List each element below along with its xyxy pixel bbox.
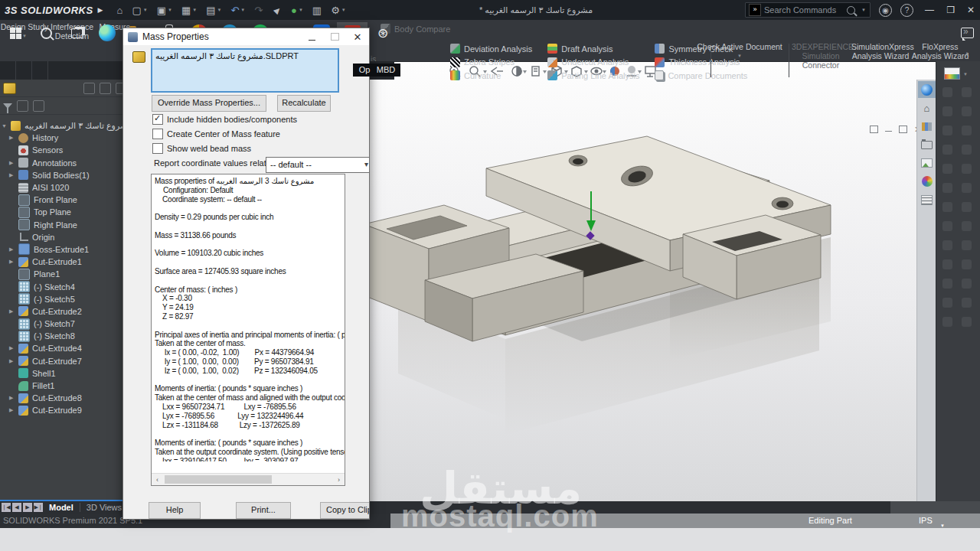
expand-icon[interactable]: ▶ (9, 160, 18, 166)
tree-item[interactable]: Front Plane (0, 194, 130, 206)
tree-item[interactable]: (-) Sketch7 (0, 318, 130, 330)
analysis-tool-button[interactable]: Undercut Analysis (547, 56, 639, 70)
analysis-tool-button[interactable]: Deviation Analysis (450, 42, 532, 56)
split-pane-icon[interactable] (100, 83, 111, 94)
tab-appearances-scenes[interactable] (918, 173, 936, 190)
tree-item[interactable]: ▶ Cut-Extrude2 (0, 305, 130, 318)
expand-icon[interactable]: ▶ (9, 308, 18, 315)
open-icon[interactable]: ▣▼ (152, 0, 177, 20)
toolbar-icon[interactable] (962, 221, 972, 231)
expand-icon[interactable]: ▶ (9, 395, 18, 401)
checkbox-row[interactable]: Create Center of Mass feature (152, 129, 280, 139)
part-model-3d[interactable] (352, 121, 842, 481)
undo-icon[interactable]: ↶▼ (226, 0, 250, 20)
scrollbar-thumb[interactable] (165, 475, 272, 484)
file-properties-icon[interactable]: ▥ (308, 0, 326, 20)
toolbar-icon[interactable] (942, 126, 952, 135)
dialog-close-icon[interactable]: ✕ (346, 31, 369, 43)
toolbar-icon[interactable] (962, 259, 972, 269)
minimize-document-icon[interactable] (885, 131, 892, 132)
wizard-tool-button[interactable]: 3DEXPERIENCE Simulation Connector (792, 42, 850, 70)
mass-properties-report[interactable]: Mass properties of مشروع تاسك 3 الرسمه ا… (151, 174, 345, 486)
user-account-icon[interactable]: ◉ (879, 4, 892, 17)
tab-design-library[interactable] (918, 118, 936, 135)
dialog-maximize-icon[interactable] (323, 30, 346, 44)
toolbar-icon[interactable] (942, 298, 952, 308)
coordinate-system-select[interactable]: -- default -- (266, 157, 370, 173)
toolbar-icon[interactable] (942, 221, 952, 231)
toolbar-icon[interactable] (962, 317, 972, 327)
document-selection-field[interactable]: مشروع تاسك ٣ الرسمه الغريبه.SLDPRT (151, 48, 339, 93)
expand-icon[interactable]: ▶ (9, 246, 18, 253)
tree-item[interactable]: Origin (0, 231, 130, 243)
checkbox-row[interactable]: Include hidden bodies/components (152, 114, 297, 125)
expand-icon[interactable]: ▶ (9, 345, 18, 351)
analysis-tool-button[interactable]: Zebra Stripes (450, 56, 532, 70)
units-dropdown-icon[interactable]: ▼ (940, 519, 945, 533)
search-input[interactable]: » Search Commands ▼ (745, 2, 871, 18)
first-tab-icon[interactable]: ❘◀ (2, 503, 11, 512)
toolbar-icon[interactable] (942, 279, 952, 289)
toolbar-icon[interactable] (942, 259, 952, 269)
tab-3d-views[interactable]: 3D Views (87, 503, 122, 512)
tree-display-icon[interactable] (33, 100, 44, 112)
tree-item[interactable]: Plane1 (0, 268, 130, 280)
command-tab[interactable] (32, 61, 48, 80)
check-active-document-dropdown-icon[interactable]: ▼ (693, 51, 786, 60)
command-tab[interactable] (16, 61, 32, 80)
toolbar-icon[interactable] (942, 145, 952, 155)
tab-mbd[interactable]: MBD (371, 64, 400, 77)
toolbar-icon[interactable] (942, 240, 952, 250)
tree-item[interactable]: (-) Sketch4 (0, 280, 130, 292)
copy-to-clipboard-button[interactable]: Copy to Clipb (320, 502, 370, 519)
search-icon[interactable] (847, 6, 855, 15)
toolbar-icon[interactable] (962, 240, 972, 250)
logo-expand-icon[interactable]: ▶ (93, 0, 108, 20)
toolbar-icon[interactable] (962, 87, 972, 97)
print-button[interactable]: Print... (236, 502, 291, 519)
tree-item[interactable]: Shell1 (0, 367, 130, 380)
checkbox[interactable] (152, 129, 163, 139)
save-icon[interactable]: ▦▼ (177, 0, 201, 20)
toolbar-icon[interactable] (962, 164, 972, 174)
tree-display-icon[interactable] (17, 100, 28, 112)
toolbar-icon[interactable] (962, 145, 972, 155)
swatch-dropdown-icon[interactable]: ▼ (963, 72, 968, 77)
toolbar-icon[interactable] (942, 317, 952, 327)
horizontal-scrollbar[interactable]: ‹ › (152, 473, 345, 485)
tab-file-explorer[interactable] (918, 136, 936, 153)
start-button[interactable] (0, 22, 31, 44)
scroll-left-icon[interactable]: ‹ (152, 476, 163, 484)
tree-item[interactable]: (-) Sketch8 (0, 330, 130, 342)
options-icon[interactable]: ⚙▼ (326, 0, 351, 20)
tree-item[interactable]: ▶ Cut-Extrude7 (0, 355, 130, 367)
expand-icon[interactable]: ▶ (9, 358, 18, 364)
help-icon[interactable]: ? (900, 4, 913, 17)
analysis-tool-button[interactable]: Parting Line Analysis (547, 69, 639, 83)
status-units[interactable]: IPS (919, 514, 933, 528)
tree-item[interactable]: AISI 1020 (0, 181, 130, 194)
scroll-right-icon[interactable]: › (333, 476, 345, 484)
tab-model[interactable]: Model (49, 503, 74, 512)
checkbox[interactable] (152, 143, 163, 154)
tab-custom-properties[interactable] (918, 191, 936, 208)
last-tab-icon[interactable]: ▶❘ (34, 503, 43, 512)
tree-item[interactable]: Sensors (0, 144, 130, 156)
recalculate-button[interactable]: Recalculate (277, 95, 331, 112)
command-tab[interactable] (0, 61, 16, 80)
document-window-controls[interactable]: ✕ (870, 126, 921, 133)
appearance-swatch-icon[interactable] (944, 67, 960, 80)
analysis-tool-button[interactable]: Curvature (450, 69, 532, 83)
home-icon[interactable]: ⌂ (113, 0, 128, 20)
chatgpt-button[interactable]: ⊛ (368, 22, 398, 44)
toolbar-icon[interactable] (942, 164, 952, 174)
tree-item[interactable]: ▶ Cut-Extrude8 (0, 392, 130, 404)
new-window-icon[interactable] (870, 126, 878, 133)
override-mass-properties-button[interactable]: Override Mass Properties... (152, 95, 266, 112)
expand-icon[interactable]: ▶ (9, 172, 18, 178)
tree-item[interactable]: ▶ Solid Bodies(1) (0, 169, 130, 181)
toolbar-icon[interactable] (962, 298, 972, 308)
tree-item[interactable]: ▶ Cut-Extrude1 (0, 256, 130, 268)
display-pane-icon[interactable] (83, 83, 95, 94)
tab-view-palette[interactable] (918, 155, 936, 171)
